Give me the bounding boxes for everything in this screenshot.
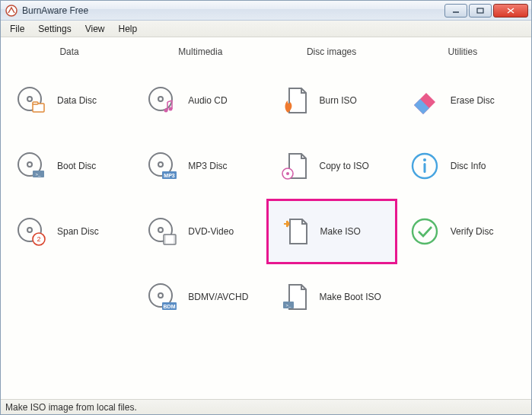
svg-rect-38 (423, 163, 425, 173)
titlebar: BurnAware Free (1, 1, 531, 21)
menu-settings[interactable]: Settings (32, 22, 77, 36)
svg-text:>_: >_ (36, 172, 42, 177)
action-erase-disc[interactable]: Erase Disc (397, 68, 528, 133)
action-verify-disc[interactable]: Verify Disc (397, 199, 528, 264)
action-label: Data Disc (57, 95, 97, 106)
svg-point-16 (158, 97, 163, 101)
column-multimedia: Multimedia Audio CD MP3 MP3 Disc DVD-Vid… (135, 43, 266, 397)
action-make-boot-iso[interactable]: >_ Make Boot ISO (266, 264, 397, 330)
info-icon (409, 151, 440, 181)
svg-text:BDM: BDM (164, 304, 176, 309)
statusbar: Make ISO image from local files. (1, 399, 531, 414)
action-copy-to-iso[interactable]: Copy to ISO (266, 133, 397, 199)
maximize-button[interactable] (469, 4, 492, 18)
column-data: Data Data Disc >_ Boot Disc 2 Span Disc (4, 43, 135, 397)
action-label: Erase Disc (451, 95, 495, 106)
column-header: Disc images (266, 43, 397, 68)
main-content: Data Data Disc >_ Boot Disc 2 Span DiscM… (1, 37, 531, 399)
disc-bdm-icon: BDM (147, 282, 177, 312)
svg-point-18 (169, 107, 173, 111)
column-disc-images: Disc images Burn ISO Copy to ISO Make IS… (266, 43, 397, 397)
menu-file[interactable]: File (4, 22, 30, 36)
action-label: MP3 Disc (188, 161, 227, 171)
eraser-icon (409, 85, 440, 116)
svg-point-29 (158, 293, 163, 298)
window-buttons (443, 4, 528, 18)
page-copy-icon (279, 151, 309, 181)
disc-boot-icon: >_ (16, 151, 46, 181)
window-title: BurnAware Free (22, 5, 443, 16)
svg-point-15 (149, 88, 172, 110)
menubar: File Settings View Help (1, 21, 531, 37)
disc-span-icon: 2 (16, 216, 46, 247)
svg-point-33 (286, 172, 289, 175)
action-label: Audio CD (188, 95, 227, 106)
app-icon (5, 5, 18, 17)
svg-point-37 (423, 158, 426, 161)
page-star-icon (279, 216, 310, 247)
action-span-disc[interactable]: 2 Span Disc (4, 199, 135, 264)
svg-point-8 (27, 162, 32, 167)
disc-video-icon (147, 216, 177, 247)
close-button[interactable] (493, 4, 528, 18)
svg-text:2: 2 (37, 235, 40, 243)
statusbar-text: Make ISO image from local files. (5, 402, 137, 413)
page-boot-icon: >_ (279, 282, 309, 312)
action-burn-iso[interactable]: Burn ISO (266, 68, 397, 133)
action-mp3-disc[interactable]: MP3 MP3 Disc (135, 133, 266, 199)
action-label: DVD-Video (188, 226, 234, 237)
check-icon (409, 216, 440, 247)
action-label: Make Boot ISO (320, 292, 381, 302)
column-utilities: Utilities Erase Disc Disc Info Verify Di… (397, 43, 528, 397)
svg-point-12 (27, 228, 32, 232)
page-fire-icon (279, 85, 309, 116)
action-label: Verify Disc (451, 226, 494, 237)
svg-point-4 (27, 97, 32, 101)
action-label: Burn ISO (320, 95, 357, 106)
column-header: Multimedia (135, 43, 266, 68)
disc-folder-icon (16, 85, 46, 116)
action-audio-cd[interactable]: Audio CD (135, 68, 266, 133)
svg-point-24 (158, 228, 163, 232)
svg-point-17 (164, 109, 168, 113)
action-label: Disc Info (451, 161, 486, 171)
svg-text:>_: >_ (285, 303, 291, 308)
svg-point-39 (413, 219, 437, 244)
action-label: Copy to ISO (320, 161, 369, 171)
action-disc-info[interactable]: Disc Info (397, 133, 528, 199)
action-data-disc[interactable]: Data Disc (4, 68, 135, 133)
action-bdmv-avchd[interactable]: BDM BDMV/AVCHD (135, 264, 266, 330)
column-header: Data (4, 43, 135, 68)
svg-rect-26 (164, 235, 166, 244)
menu-help[interactable]: Help (113, 22, 144, 36)
disc-mp3-icon: MP3 (147, 151, 177, 181)
action-label: Make ISO (320, 226, 361, 237)
action-label: BDMV/AVCHD (188, 292, 248, 302)
svg-rect-6 (33, 102, 38, 104)
action-label: Span Disc (57, 226, 99, 237)
action-label: Boot Disc (57, 161, 96, 171)
svg-rect-2 (477, 8, 483, 13)
action-make-iso[interactable]: Make ISO (266, 199, 397, 264)
column-header: Utilities (397, 43, 528, 68)
svg-rect-27 (174, 235, 176, 244)
svg-text:MP3: MP3 (164, 173, 176, 178)
minimize-button[interactable] (444, 4, 467, 18)
action-dvd-video[interactable]: DVD-Video (135, 199, 266, 264)
svg-point-20 (158, 162, 163, 167)
action-boot-disc[interactable]: >_ Boot Disc (4, 133, 135, 199)
disc-music-icon (147, 85, 177, 116)
menu-view[interactable]: View (79, 22, 111, 36)
